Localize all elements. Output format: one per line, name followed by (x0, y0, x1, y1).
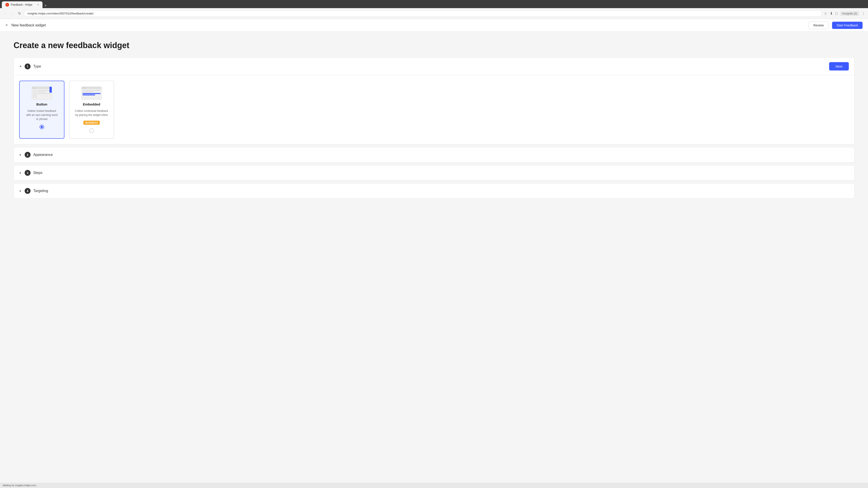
button-type-radio[interactable] (39, 125, 44, 129)
embedded-type-title: Embedded (83, 102, 100, 106)
section-appearance: ► 2 Appearance (13, 147, 855, 162)
section-targeting-chevron[interactable]: ► (19, 189, 22, 193)
embedded-type-radio[interactable] (89, 128, 94, 133)
section-targeting-header[interactable]: ► 4 Targeting (14, 184, 854, 198)
section-appearance-number: 2 (25, 152, 31, 158)
next-button[interactable]: Next (829, 62, 849, 70)
tab-title: Feedback - Hotjar (11, 3, 35, 6)
section-targeting-number: 4 (25, 188, 31, 194)
section-type-chevron[interactable]: ▼ (19, 65, 22, 68)
type-cards-container: Button Gather instant feedback with an e… (14, 75, 854, 144)
section-steps-header[interactable]: ► 3 Steps (14, 165, 854, 180)
section-type: ▼ 1 Type Next (13, 57, 855, 144)
section-steps: ► 3 Steps (13, 165, 855, 181)
section-steps-title: Steps (33, 171, 849, 175)
active-browser-tab[interactable]: H Feedback - Hotjar × (2, 1, 42, 8)
back-button[interactable]: ← (3, 11, 8, 17)
bookmark-icon[interactable]: ☆ (824, 11, 827, 15)
section-targeting: ► 4 Targeting (13, 183, 855, 199)
type-card-button[interactable]: Button Gather instant feedback with an e… (19, 80, 64, 139)
incognito-badge: Incognito (2) (840, 11, 859, 16)
main-content: Create a new feedback widget ▼ 1 Type Ne… (0, 32, 868, 478)
address-bar[interactable]: insights.hotjar.com/sites/3837610/feedba… (24, 10, 822, 17)
type-card-embedded[interactable]: Embedded Collect contextual feedback by … (69, 80, 114, 139)
browser-nav-icons: ☆ ⬇ □ Incognito (2) ⋮ (824, 11, 865, 16)
reload-button[interactable]: ↻ (17, 10, 22, 17)
tab-close-button[interactable]: × (37, 3, 39, 6)
section-type-header: ▼ 1 Type Next (14, 58, 854, 75)
app-header: × New feedback widget Review Start Feedb… (0, 19, 868, 32)
new-tab-button[interactable]: + (44, 3, 47, 8)
section-targeting-title: Targeting (33, 189, 849, 193)
section-appearance-chevron[interactable]: ► (19, 153, 22, 156)
section-type-title: Type (33, 64, 827, 68)
close-button[interactable]: × (5, 23, 8, 28)
page-heading: Create a new feedback widget (13, 41, 855, 50)
download-icon[interactable]: ⬇ (830, 11, 833, 15)
section-type-number: 1 (25, 64, 31, 69)
browser-nav-bar: ← → ↻ insights.hotjar.com/sites/3837610/… (0, 8, 868, 19)
section-steps-number: 3 (25, 170, 31, 176)
page-title: New feedback widget (11, 23, 46, 27)
section-steps-chevron[interactable]: ► (19, 171, 22, 174)
sidebar-icon[interactable]: □ (835, 11, 838, 15)
more-menu-icon[interactable]: ⋮ (862, 11, 865, 15)
section-appearance-header[interactable]: ► 2 Appearance (14, 147, 854, 162)
section-appearance-title: Appearance (33, 153, 849, 157)
browser-tab-bar: H Feedback - Hotjar × + (0, 0, 868, 8)
business-badge: BUSINESS (84, 121, 100, 125)
svg-text:H: H (6, 4, 8, 6)
url-display: insights.hotjar.com/sites/3837610/feedba… (28, 12, 818, 15)
button-type-title: Button (36, 102, 47, 106)
embedded-type-icon (81, 87, 102, 100)
forward-button[interactable]: → (10, 11, 16, 17)
embedded-type-desc: Collect contextual feedback by placing t… (75, 109, 108, 117)
start-feedback-button[interactable]: Start Feedback (832, 22, 863, 29)
button-type-icon (32, 87, 52, 100)
button-type-desc: Gather instant feedback with an eye-catc… (25, 109, 59, 121)
review-button[interactable]: Review (809, 22, 829, 29)
tab-favicon: H (5, 3, 9, 6)
